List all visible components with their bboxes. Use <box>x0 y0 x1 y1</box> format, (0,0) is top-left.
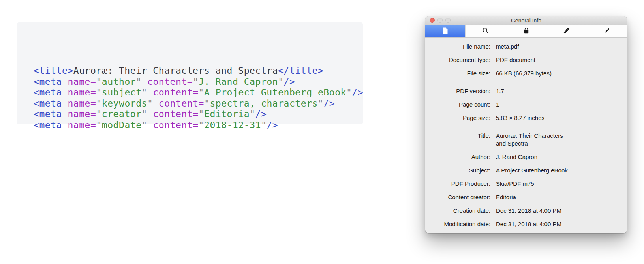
code-snippet: <title>Auroræ: Their Characters and Spec… <box>17 22 363 124</box>
code-token: /> <box>267 120 278 130</box>
code-token: content= <box>159 98 204 109</box>
code-token: " <box>142 109 147 119</box>
info-label: Creation date: <box>430 207 490 215</box>
code-token: J. Rand Capron <box>199 77 278 87</box>
code-token: " <box>142 120 147 130</box>
document-icon <box>442 27 448 36</box>
code-token: " <box>147 98 153 109</box>
code-token: " <box>199 109 204 119</box>
code-token: Editoria <box>204 109 250 119</box>
info-label: Author: <box>430 153 490 161</box>
code-token <box>62 109 68 119</box>
close-button[interactable] <box>430 18 435 23</box>
info-row: Creation date:Dec 31, 2018 at 4:00 PM <box>430 204 622 217</box>
code-token: " <box>96 109 101 119</box>
code-token <box>62 77 68 87</box>
info-label: Modification date: <box>430 220 490 228</box>
code-token: <meta <box>34 87 62 97</box>
code-line: <title>Auroræ: Their Characters and Spec… <box>34 66 363 77</box>
code-token: name= <box>68 98 96 109</box>
code-token: " <box>199 120 204 130</box>
code-token: " <box>250 109 255 119</box>
info-value: meta.pdf <box>496 43 622 51</box>
zoom-button[interactable] <box>445 18 451 23</box>
info-content: File name:meta.pdfDocument type:PDF docu… <box>425 38 627 233</box>
code-token: subject <box>102 87 142 97</box>
info-label: PDF version: <box>430 87 490 95</box>
info-row: PDF Producer:Skia/PDF m75 <box>430 177 622 191</box>
info-row: Document type:PDF document <box>430 53 622 67</box>
code-token: name= <box>68 120 96 130</box>
code-token: 2018-12-31 <box>204 120 261 130</box>
code-token: content= <box>153 120 198 130</box>
traffic-lights <box>430 18 451 23</box>
info-row: Subject:A Project Gutenberg eBook <box>430 164 622 177</box>
code-token: name= <box>68 87 96 97</box>
info-row: Author:J. Rand Capron <box>430 150 622 164</box>
code-token: /> <box>323 98 335 109</box>
info-row: File name:meta.pdf <box>430 40 622 53</box>
info-row: Page count:1 <box>430 98 622 111</box>
info-value: Dec 31, 2018 at 4:00 PM <box>496 207 622 215</box>
code-token <box>62 120 68 130</box>
code-token: " <box>96 77 101 87</box>
code-token: " <box>261 120 267 130</box>
code-token: content= <box>153 87 198 97</box>
code-token: /> <box>284 77 295 87</box>
window-title: General Info <box>511 17 541 24</box>
code-token: name= <box>68 77 96 87</box>
info-label: File size: <box>430 69 490 77</box>
code-token <box>147 120 153 130</box>
code-token: <meta <box>34 98 62 109</box>
minimize-button[interactable] <box>437 18 443 23</box>
lock-icon <box>523 27 529 36</box>
code-token: " <box>142 87 147 97</box>
code-token: " <box>136 77 141 87</box>
code-token: modDate <box>102 120 142 130</box>
info-value: 1 <box>496 101 622 109</box>
code-token <box>153 98 158 109</box>
code-token: creator <box>102 109 142 119</box>
info-label: Subject: <box>430 167 490 174</box>
code-token <box>62 87 68 97</box>
tab-general[interactable] <box>425 25 466 37</box>
code-token: " <box>199 87 204 97</box>
tab-annotate[interactable] <box>587 25 627 37</box>
code-token: <meta <box>34 120 62 130</box>
magnifier-icon <box>482 27 489 36</box>
info-row: Content creator:Editoria <box>430 191 622 204</box>
info-value: 5.83 × 8.27 inches <box>496 114 622 122</box>
code-token: " <box>96 87 101 97</box>
code-token: name= <box>68 109 96 119</box>
info-label: PDF Producer: <box>430 180 490 188</box>
code-token: <meta <box>34 77 62 87</box>
code-token: spectra, characters <box>210 98 318 109</box>
code-token: " <box>346 87 352 97</box>
code-token: " <box>204 98 210 109</box>
tab-encryption[interactable] <box>506 25 546 37</box>
general-info-window: General Info <box>425 16 627 233</box>
info-label: Content creator: <box>430 193 490 201</box>
code-line: <meta name="author" content="J. Rand Cap… <box>34 77 363 88</box>
info-section: File name:meta.pdfDocument type:PDF docu… <box>430 38 622 82</box>
code-token: /> <box>255 109 267 119</box>
tab-measure[interactable] <box>546 25 587 37</box>
info-value: 1.7 <box>496 87 622 95</box>
info-value: J. Rand Capron <box>496 153 622 161</box>
code-token: <meta <box>34 109 62 119</box>
info-section: Title:Auroræ: Their Charactersand Spectr… <box>430 127 622 233</box>
code-token <box>147 109 153 119</box>
code-token: " <box>96 98 101 109</box>
code-token: " <box>96 120 101 130</box>
code-token: A Project Gutenberg eBook <box>204 87 346 97</box>
info-row: Modification date:Dec 31, 2018 at 4:00 P… <box>430 217 622 231</box>
code-token: content= <box>153 109 198 119</box>
info-label: Page count: <box>430 101 490 109</box>
info-label: Page size: <box>430 114 490 122</box>
info-value: Dec 31, 2018 at 4:00 PM <box>496 220 622 228</box>
info-tabbar <box>425 25 627 38</box>
ruler-icon <box>563 27 570 36</box>
tab-search[interactable] <box>466 25 506 37</box>
code-token: author <box>102 77 136 87</box>
window-titlebar[interactable]: General Info <box>425 16 627 25</box>
